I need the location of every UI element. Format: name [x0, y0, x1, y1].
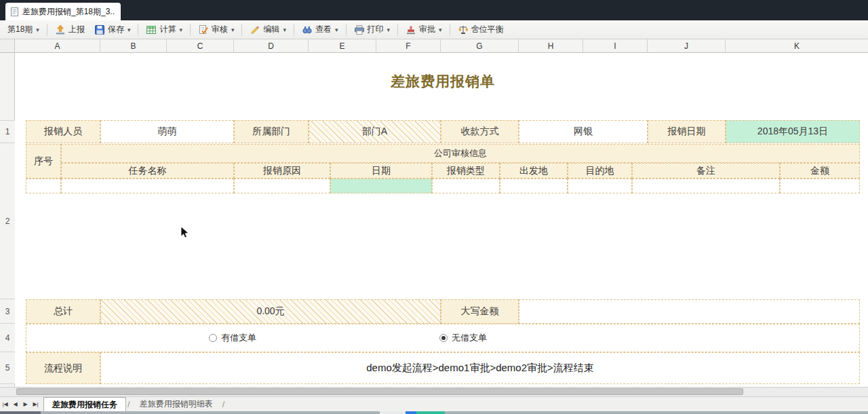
period-button[interactable]: 第18期 ▾ [3, 22, 44, 37]
toolbar-separator [138, 24, 138, 36]
total-label: 总计 [26, 299, 100, 324]
first-sheet-button[interactable]: |◀ [0, 397, 10, 411]
column-header-e[interactable]: E [309, 39, 376, 53]
field-value-date[interactable]: 2018年05月13日 [726, 120, 860, 143]
dropdown-arrow-icon: ▾ [231, 26, 235, 33]
document-tab-label: 差旅费用报销_第18期_3... [22, 6, 115, 18]
field-value-applicant[interactable]: 萌萌 [100, 120, 234, 143]
detail-cell-origin[interactable] [500, 178, 568, 193]
edit-button-label: 编辑 [263, 24, 279, 35]
row-header-5[interactable]: 5 [0, 352, 15, 384]
submit-icon [55, 24, 66, 35]
toolbar-separator [190, 24, 191, 36]
detail-col-type: 报销类型 [432, 163, 500, 178]
audit-icon [198, 24, 209, 35]
column-header-f[interactable]: F [376, 39, 441, 53]
toolbar-separator [241, 24, 242, 36]
field-label-date: 报销日期 [648, 120, 726, 143]
edit-button[interactable]: 编辑 ▾ [245, 22, 291, 37]
toolbar-separator [450, 24, 450, 36]
row-header-4[interactable]: 4 [0, 324, 15, 352]
detail-cell-seq[interactable] [26, 178, 61, 193]
toolbar-separator [346, 24, 347, 36]
submit-button[interactable]: 上报 [50, 22, 90, 37]
field-label-department: 所属部门 [234, 120, 309, 143]
detail-cell-type[interactable] [432, 178, 500, 193]
no-loan-radio-label: 无借支单 [452, 332, 487, 344]
no-loan-radio[interactable] [439, 334, 448, 342]
toolbar-separator [294, 24, 294, 36]
detail-cell-destination[interactable] [568, 178, 632, 193]
column-header-g[interactable]: G [441, 39, 519, 53]
approve-button[interactable]: 审批 ▾ [401, 22, 447, 37]
column-header-k[interactable]: K [726, 39, 868, 53]
amount-words-label: 大写金额 [441, 299, 519, 324]
submit-button-label: 上报 [68, 24, 85, 35]
detail-col-origin: 出发地 [500, 163, 568, 178]
sheet-tabs: 差旅费用报销任务 / 差旅费用报销明细表 / [43, 397, 226, 411]
toolbar-separator [397, 24, 398, 36]
audit-button[interactable]: 审核 ▾ [193, 22, 239, 37]
toolbar-separator [47, 24, 47, 36]
dropdown-arrow-icon: ▾ [387, 26, 391, 33]
print-button[interactable]: 打印 ▾ [349, 22, 395, 37]
view-button[interactable]: 查看 ▾ [297, 22, 343, 37]
sheet-tab-divider: / [126, 399, 132, 409]
document-tab[interactable]: 差旅费用报销_第18期_3... [5, 3, 121, 20]
detail-col-reason: 报销原因 [234, 163, 330, 178]
row-header-2[interactable]: 2 [0, 143, 15, 299]
view-icon [302, 24, 313, 35]
amount-words-value [519, 299, 860, 324]
total-value: 0.00元 [100, 299, 441, 324]
save-button[interactable]: 保存 ▾ [90, 22, 136, 37]
toolbar: 第18期 ▾ 上报 保存 ▾ 计算 ▾ [0, 20, 868, 39]
sheet-tab-divider: / [221, 399, 226, 409]
selected-cell[interactable] [330, 178, 432, 193]
approve-button-label: 审批 [419, 24, 435, 35]
prev-sheet-button[interactable]: ◀ [10, 397, 20, 411]
last-sheet-button[interactable]: ▶| [31, 397, 41, 411]
flow-label: 流程说明 [26, 352, 100, 384]
form-title: 差旅费用报销单 [26, 69, 860, 94]
mouse-cursor [180, 226, 189, 242]
column-header-d[interactable]: D [234, 39, 309, 53]
column-header-j[interactable]: J [648, 39, 726, 53]
detail-cell-reason[interactable] [234, 178, 330, 193]
horizontal-scrollbar-thumb[interactable] [16, 388, 743, 395]
rounding-balance-button[interactable]: 舍位平衡 [453, 22, 509, 37]
next-sheet-button[interactable]: ▶ [20, 397, 31, 411]
dropdown-arrow-icon: ▾ [36, 26, 39, 33]
save-button-label: 保存 [108, 24, 124, 35]
field-value-payment[interactable]: 网银 [519, 120, 648, 143]
column-header-i[interactable]: I [583, 39, 648, 53]
detail-cell-amount[interactable] [780, 178, 860, 193]
taskbar-sliver [0, 411, 868, 414]
sheet-tab-task[interactable]: 差旅费用报销任务 [43, 397, 126, 412]
detail-col-remark: 备注 [632, 163, 780, 178]
approve-icon [406, 24, 416, 35]
detail-cell-remark[interactable] [632, 178, 780, 193]
detail-cell-task[interactable] [61, 178, 234, 193]
edit-icon [250, 24, 260, 35]
radio-group-no-loan[interactable]: 无借支单 [439, 324, 487, 352]
field-label-payment: 收款方式 [441, 120, 519, 143]
app-window: 差旅费用报销_第18期_3... 第18期 ▾ 上报 保存 ▾ [0, 0, 868, 414]
audit-button-label: 审核 [212, 24, 228, 35]
column-header-c[interactable]: C [167, 39, 234, 53]
column-header-a[interactable]: A [15, 39, 100, 53]
detail-corner-seq: 序号 [26, 144, 61, 178]
select-all-corner[interactable] [0, 39, 15, 53]
dropdown-arrow-icon: ▾ [127, 26, 131, 33]
row-header-1[interactable]: 1 [0, 120, 15, 143]
radio-group-has-loan[interactable]: 有借支单 [209, 324, 256, 352]
column-header-h[interactable]: H [519, 39, 583, 53]
calculate-button[interactable]: 计算 ▾ [141, 22, 187, 37]
detail-group-header: 公司审核信息 [61, 144, 860, 163]
save-icon [94, 24, 105, 35]
row-header-3[interactable]: 3 [0, 299, 15, 324]
calculate-icon [146, 24, 157, 35]
sheet-tab-detail[interactable]: 差旅费用报销明细表 [132, 397, 221, 411]
print-icon [354, 24, 365, 35]
has-loan-radio[interactable] [209, 334, 217, 342]
column-header-b[interactable]: B [100, 39, 167, 53]
